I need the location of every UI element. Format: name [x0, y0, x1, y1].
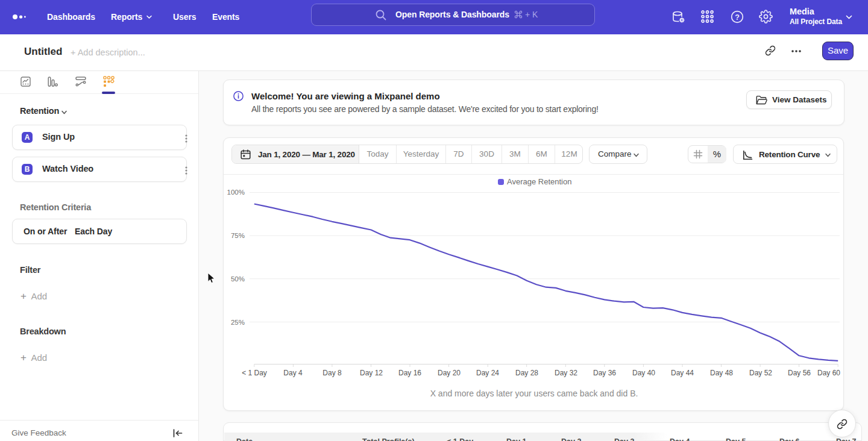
svg-text:?: ? [735, 13, 740, 22]
